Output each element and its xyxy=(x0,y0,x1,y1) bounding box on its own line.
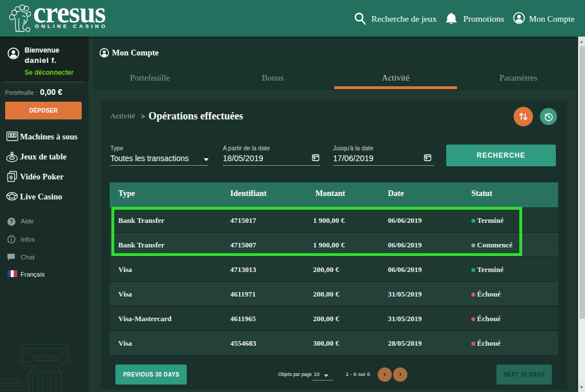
svg-text:?: ? xyxy=(10,219,13,225)
